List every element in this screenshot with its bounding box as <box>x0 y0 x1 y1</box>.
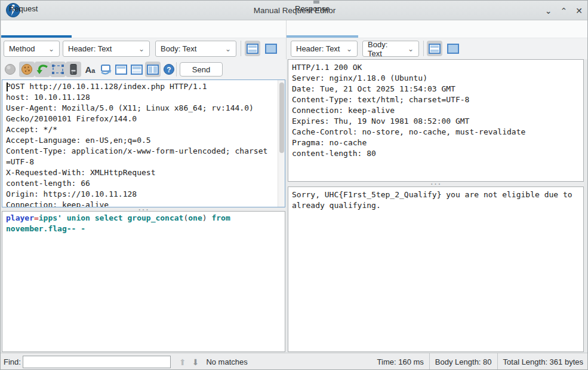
horizontal-split-button[interactable] <box>129 62 144 77</box>
body-quote: ' <box>57 213 62 222</box>
find-label: Find: <box>4 357 21 366</box>
request-body-view-select[interactable]: Body: Text ⌄ <box>155 41 236 57</box>
response-body-view-select[interactable]: Body: Text ⌄ <box>362 41 419 57</box>
request-split-view-button[interactable] <box>245 41 260 56</box>
text-caret <box>7 82 8 91</box>
request-combined-view-button[interactable] <box>263 41 279 56</box>
response-body-view[interactable]: Sorry, UHC{F1rst_5tep_2_Qualify} you are… <box>288 186 584 352</box>
body-value: ipps <box>39 213 57 222</box>
tab-request[interactable]: Request <box>9 1 38 16</box>
fixed-length-frame-button[interactable] <box>50 62 66 77</box>
toolbar-separator <box>176 62 177 77</box>
ball-icon <box>4 63 16 75</box>
vertical-split-icon <box>147 65 159 75</box>
response-header-view-value: Header: Text <box>296 44 340 53</box>
method-select[interactable]: Method ⌄ <box>4 41 60 57</box>
body-value: union select group_concat <box>62 213 184 222</box>
vertical-split-button[interactable] <box>145 62 161 77</box>
send-button[interactable]: Send <box>180 62 223 77</box>
body-length-status: Body Length: 80 <box>430 357 497 366</box>
font-icon: Aa <box>85 65 96 75</box>
server-icon <box>67 63 79 75</box>
find-previous-icon[interactable]: ⬆ <box>179 357 186 367</box>
tab-response[interactable]: Response <box>295 1 330 16</box>
find-next-icon[interactable]: ⬇ <box>192 357 199 367</box>
cookie-icon <box>21 63 33 75</box>
shade-button[interactable]: ⌄ <box>545 7 552 15</box>
redirect-arrow-icon <box>36 63 49 75</box>
response-body-text: Sorry, UHC{F1rst_5tep_2_Qualify} you are… <box>288 187 583 212</box>
chevron-down-icon: ⌄ <box>408 45 414 53</box>
close-button[interactable]: ✕ <box>575 7 583 15</box>
titlebar[interactable]: Manual Request Editor ⌄ ⌃ ✕ <box>1 1 588 20</box>
body-paren: ) <box>202 213 207 222</box>
window-controls: ⌄ ⌃ ✕ <box>545 1 583 20</box>
use-cookies-button[interactable] <box>19 62 35 77</box>
request-body-text: player=ipps' union select group_concat(o… <box>2 212 285 236</box>
response-splitter-handle[interactable] <box>288 182 584 186</box>
panel-divider <box>286 20 287 59</box>
toolbar-separator <box>423 41 424 56</box>
chevron-down-icon: ⌄ <box>225 45 231 53</box>
toolbar-separator <box>241 41 241 56</box>
combined-view-icon <box>447 44 459 54</box>
font-button[interactable]: Aa <box>82 62 98 77</box>
response-header-view-select[interactable]: Header: Text ⌄ <box>291 41 358 57</box>
total-length-status: Total Length: 361 bytes <box>498 357 588 366</box>
body-value: one <box>188 213 202 222</box>
find-input[interactable] <box>23 356 171 368</box>
horizontal-split-icon <box>131 65 143 75</box>
response-header-text: HTTP/1.1 200 OK Server: nginx/1.18.0 (Ub… <box>288 60 583 160</box>
response-split-view-button[interactable] <box>427 41 442 56</box>
request-body-view-value: Body: Text <box>161 44 196 53</box>
combined-view-icon <box>265 44 277 54</box>
rotate-panel-icon <box>99 63 112 75</box>
scrollbar-thumb[interactable] <box>279 82 284 153</box>
request-header-editor[interactable]: POST http://10.10.11.128/index.php HTTP/… <box>2 79 285 207</box>
chevron-down-icon: ⌄ <box>138 45 144 53</box>
find-status: No matches <box>206 357 247 366</box>
split-view-icon <box>247 44 258 54</box>
request-header-scrollbar[interactable] <box>278 80 285 207</box>
help-button[interactable]: ? <box>161 62 177 77</box>
server-button[interactable] <box>66 62 81 77</box>
response-body-view-value: Body: Text <box>368 40 403 58</box>
manual-request-editor-window: Manual Request Editor ⌄ ⌃ ✕ Request Resp… <box>0 0 588 370</box>
response-header-view[interactable]: HTTP/1.1 200 OK Server: nginx/1.18.0 (Ub… <box>288 59 584 182</box>
window-title: Manual Request Editor <box>1 1 588 20</box>
follow-redirects-button[interactable] <box>35 62 50 77</box>
unshade-button[interactable]: ⌃ <box>561 7 568 15</box>
rotate-view-button[interactable] <box>98 62 113 77</box>
body-value: november.flag-- - <box>6 224 85 233</box>
disabled-ball-button[interactable] <box>2 62 18 77</box>
body-equals: = <box>34 213 39 222</box>
selection-frame-icon <box>51 64 64 75</box>
split-view-icon <box>429 44 441 54</box>
chevron-down-icon: ⌄ <box>346 45 352 53</box>
window-panel-icon <box>115 65 127 75</box>
window-view-button[interactable] <box>113 62 129 77</box>
method-select-value: Method <box>9 44 35 53</box>
request-header-text: POST http://10.10.11.128/index.php HTTP/… <box>2 80 285 207</box>
request-body-editor[interactable]: player=ipps' union select group_concat(o… <box>2 211 285 352</box>
status-bar: Find: ⬆ ⬇ No matches Time: 160 ms Body L… <box>1 353 588 370</box>
time-status: Time: 160 ms <box>372 357 429 366</box>
body-param: player <box>6 213 34 222</box>
body-value: from <box>207 213 230 222</box>
chevron-down-icon: ⌄ <box>48 45 54 53</box>
request-header-view-select[interactable]: Header: Text ⌄ <box>63 41 150 57</box>
request-header-view-value: Header: Text <box>68 44 112 53</box>
help-icon: ? <box>163 63 175 75</box>
svg-text:?: ? <box>167 66 171 74</box>
response-combined-view-button[interactable] <box>445 41 461 56</box>
